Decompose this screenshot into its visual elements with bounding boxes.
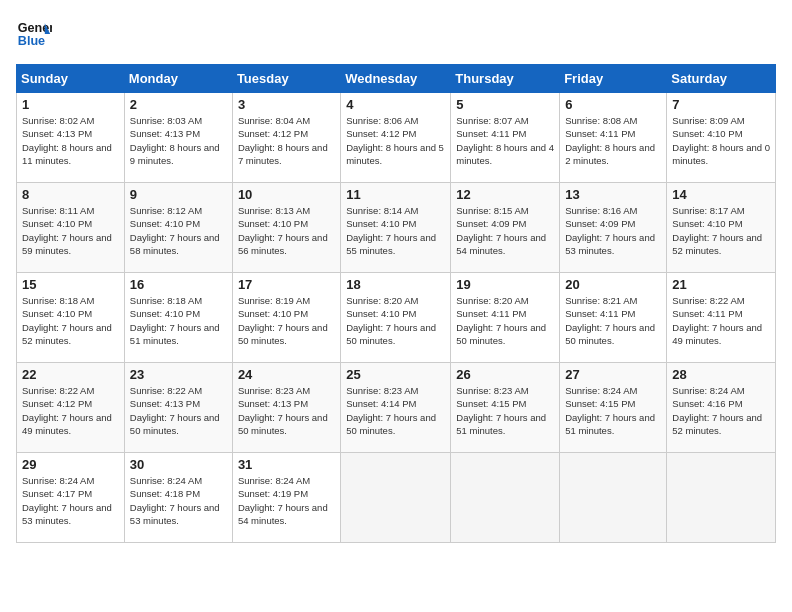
calendar-day-18: 18Sunrise: 8:20 AMSunset: 4:10 PMDayligh… [341, 273, 451, 363]
calendar-week-1: 1Sunrise: 8:02 AMSunset: 4:13 PMDaylight… [17, 93, 776, 183]
calendar-day-1: 1Sunrise: 8:02 AMSunset: 4:13 PMDaylight… [17, 93, 125, 183]
calendar-day-14: 14Sunrise: 8:17 AMSunset: 4:10 PMDayligh… [667, 183, 776, 273]
calendar-day-22: 22Sunrise: 8:22 AMSunset: 4:12 PMDayligh… [17, 363, 125, 453]
day-number: 12 [456, 187, 554, 202]
calendar-day-6: 6Sunrise: 8:08 AMSunset: 4:11 PMDaylight… [560, 93, 667, 183]
day-info: Sunrise: 8:02 AMSunset: 4:13 PMDaylight:… [22, 114, 119, 167]
day-info: Sunrise: 8:24 AMSunset: 4:16 PMDaylight:… [672, 384, 770, 437]
logo: General Blue [16, 16, 52, 52]
calendar-week-3: 15Sunrise: 8:18 AMSunset: 4:10 PMDayligh… [17, 273, 776, 363]
day-info: Sunrise: 8:14 AMSunset: 4:10 PMDaylight:… [346, 204, 445, 257]
day-number: 30 [130, 457, 227, 472]
day-number: 22 [22, 367, 119, 382]
day-info: Sunrise: 8:13 AMSunset: 4:10 PMDaylight:… [238, 204, 335, 257]
calendar-day-10: 10Sunrise: 8:13 AMSunset: 4:10 PMDayligh… [232, 183, 340, 273]
calendar-day-17: 17Sunrise: 8:19 AMSunset: 4:10 PMDayligh… [232, 273, 340, 363]
day-number: 17 [238, 277, 335, 292]
day-info: Sunrise: 8:19 AMSunset: 4:10 PMDaylight:… [238, 294, 335, 347]
empty-cell [667, 453, 776, 543]
calendar-day-20: 20Sunrise: 8:21 AMSunset: 4:11 PMDayligh… [560, 273, 667, 363]
day-number: 25 [346, 367, 445, 382]
weekday-header-saturday: Saturday [667, 65, 776, 93]
weekday-header-friday: Friday [560, 65, 667, 93]
calendar-day-12: 12Sunrise: 8:15 AMSunset: 4:09 PMDayligh… [451, 183, 560, 273]
calendar-day-4: 4Sunrise: 8:06 AMSunset: 4:12 PMDaylight… [341, 93, 451, 183]
day-info: Sunrise: 8:23 AMSunset: 4:15 PMDaylight:… [456, 384, 554, 437]
calendar-day-5: 5Sunrise: 8:07 AMSunset: 4:11 PMDaylight… [451, 93, 560, 183]
calendar-week-4: 22Sunrise: 8:22 AMSunset: 4:12 PMDayligh… [17, 363, 776, 453]
calendar-day-21: 21Sunrise: 8:22 AMSunset: 4:11 PMDayligh… [667, 273, 776, 363]
day-info: Sunrise: 8:09 AMSunset: 4:10 PMDaylight:… [672, 114, 770, 167]
day-number: 20 [565, 277, 661, 292]
day-number: 11 [346, 187, 445, 202]
calendar-week-5: 29Sunrise: 8:24 AMSunset: 4:17 PMDayligh… [17, 453, 776, 543]
calendar-day-15: 15Sunrise: 8:18 AMSunset: 4:10 PMDayligh… [17, 273, 125, 363]
day-number: 16 [130, 277, 227, 292]
weekday-header-row: SundayMondayTuesdayWednesdayThursdayFrid… [17, 65, 776, 93]
weekday-header-wednesday: Wednesday [341, 65, 451, 93]
day-info: Sunrise: 8:08 AMSunset: 4:11 PMDaylight:… [565, 114, 661, 167]
day-info: Sunrise: 8:12 AMSunset: 4:10 PMDaylight:… [130, 204, 227, 257]
weekday-header-thursday: Thursday [451, 65, 560, 93]
day-number: 3 [238, 97, 335, 112]
day-number: 1 [22, 97, 119, 112]
day-info: Sunrise: 8:20 AMSunset: 4:11 PMDaylight:… [456, 294, 554, 347]
day-number: 31 [238, 457, 335, 472]
day-number: 24 [238, 367, 335, 382]
day-info: Sunrise: 8:23 AMSunset: 4:14 PMDaylight:… [346, 384, 445, 437]
day-info: Sunrise: 8:16 AMSunset: 4:09 PMDaylight:… [565, 204, 661, 257]
svg-text:Blue: Blue [18, 34, 45, 48]
calendar-day-30: 30Sunrise: 8:24 AMSunset: 4:18 PMDayligh… [124, 453, 232, 543]
calendar-day-25: 25Sunrise: 8:23 AMSunset: 4:14 PMDayligh… [341, 363, 451, 453]
day-info: Sunrise: 8:06 AMSunset: 4:12 PMDaylight:… [346, 114, 445, 167]
day-number: 29 [22, 457, 119, 472]
day-number: 15 [22, 277, 119, 292]
day-info: Sunrise: 8:24 AMSunset: 4:15 PMDaylight:… [565, 384, 661, 437]
day-number: 5 [456, 97, 554, 112]
page-header: General Blue [16, 16, 776, 52]
day-number: 10 [238, 187, 335, 202]
day-number: 9 [130, 187, 227, 202]
calendar-day-26: 26Sunrise: 8:23 AMSunset: 4:15 PMDayligh… [451, 363, 560, 453]
calendar-day-7: 7Sunrise: 8:09 AMSunset: 4:10 PMDaylight… [667, 93, 776, 183]
weekday-header-tuesday: Tuesday [232, 65, 340, 93]
day-info: Sunrise: 8:18 AMSunset: 4:10 PMDaylight:… [22, 294, 119, 347]
calendar-day-8: 8Sunrise: 8:11 AMSunset: 4:10 PMDaylight… [17, 183, 125, 273]
calendar-day-3: 3Sunrise: 8:04 AMSunset: 4:12 PMDaylight… [232, 93, 340, 183]
day-info: Sunrise: 8:22 AMSunset: 4:12 PMDaylight:… [22, 384, 119, 437]
day-number: 21 [672, 277, 770, 292]
day-number: 8 [22, 187, 119, 202]
calendar-day-28: 28Sunrise: 8:24 AMSunset: 4:16 PMDayligh… [667, 363, 776, 453]
day-number: 6 [565, 97, 661, 112]
calendar-day-16: 16Sunrise: 8:18 AMSunset: 4:10 PMDayligh… [124, 273, 232, 363]
day-number: 28 [672, 367, 770, 382]
day-number: 19 [456, 277, 554, 292]
day-number: 27 [565, 367, 661, 382]
day-number: 4 [346, 97, 445, 112]
day-info: Sunrise: 8:15 AMSunset: 4:09 PMDaylight:… [456, 204, 554, 257]
calendar-day-11: 11Sunrise: 8:14 AMSunset: 4:10 PMDayligh… [341, 183, 451, 273]
calendar-day-27: 27Sunrise: 8:24 AMSunset: 4:15 PMDayligh… [560, 363, 667, 453]
weekday-header-sunday: Sunday [17, 65, 125, 93]
day-info: Sunrise: 8:24 AMSunset: 4:17 PMDaylight:… [22, 474, 119, 527]
calendar-day-24: 24Sunrise: 8:23 AMSunset: 4:13 PMDayligh… [232, 363, 340, 453]
day-info: Sunrise: 8:22 AMSunset: 4:11 PMDaylight:… [672, 294, 770, 347]
calendar-day-31: 31Sunrise: 8:24 AMSunset: 4:19 PMDayligh… [232, 453, 340, 543]
calendar-day-23: 23Sunrise: 8:22 AMSunset: 4:13 PMDayligh… [124, 363, 232, 453]
day-info: Sunrise: 8:04 AMSunset: 4:12 PMDaylight:… [238, 114, 335, 167]
day-number: 2 [130, 97, 227, 112]
day-number: 13 [565, 187, 661, 202]
calendar-day-9: 9Sunrise: 8:12 AMSunset: 4:10 PMDaylight… [124, 183, 232, 273]
empty-cell [560, 453, 667, 543]
day-info: Sunrise: 8:21 AMSunset: 4:11 PMDaylight:… [565, 294, 661, 347]
day-info: Sunrise: 8:23 AMSunset: 4:13 PMDaylight:… [238, 384, 335, 437]
day-number: 26 [456, 367, 554, 382]
day-info: Sunrise: 8:03 AMSunset: 4:13 PMDaylight:… [130, 114, 227, 167]
empty-cell [341, 453, 451, 543]
calendar-day-13: 13Sunrise: 8:16 AMSunset: 4:09 PMDayligh… [560, 183, 667, 273]
day-info: Sunrise: 8:20 AMSunset: 4:10 PMDaylight:… [346, 294, 445, 347]
day-info: Sunrise: 8:18 AMSunset: 4:10 PMDaylight:… [130, 294, 227, 347]
day-number: 23 [130, 367, 227, 382]
calendar-week-2: 8Sunrise: 8:11 AMSunset: 4:10 PMDaylight… [17, 183, 776, 273]
day-info: Sunrise: 8:07 AMSunset: 4:11 PMDaylight:… [456, 114, 554, 167]
